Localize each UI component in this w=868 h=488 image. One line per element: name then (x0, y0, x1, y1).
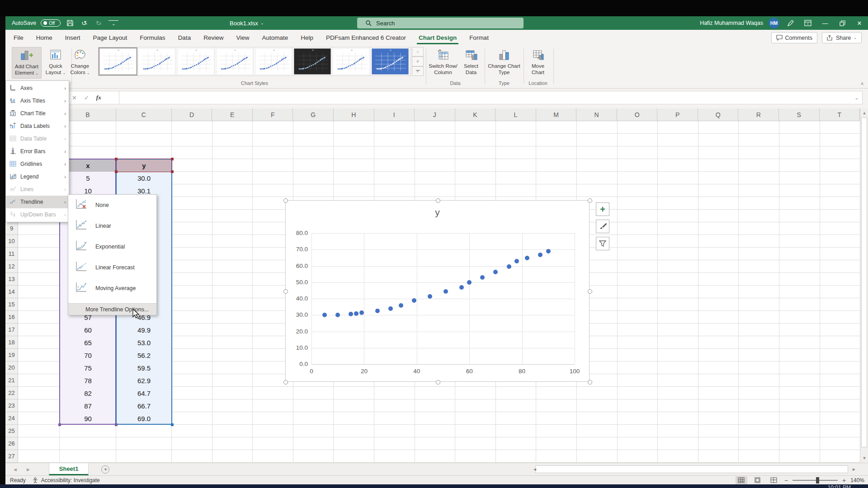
chart-style-thumbnail-5[interactable] (254, 47, 293, 75)
chart-selection-handle[interactable] (283, 380, 288, 385)
undo-icon[interactable]: ↺⌄ (80, 18, 90, 28)
cell-b19[interactable]: 70 (60, 349, 116, 361)
cancel-icon[interactable]: ✕ (72, 94, 77, 101)
range-handle[interactable] (58, 423, 61, 426)
tab-insert[interactable]: Insert (59, 31, 87, 45)
zoom-out-icon[interactable]: − (784, 477, 788, 484)
cell-c18[interactable]: 53.0 (116, 336, 172, 349)
cell-b24[interactable]: 90 (60, 412, 116, 425)
select-data-button[interactable]: Select Data (459, 47, 483, 79)
share-button[interactable]: Share ⌄ (822, 32, 862, 43)
restore-button[interactable] (836, 17, 848, 29)
row-header-11[interactable]: 11 (5, 248, 18, 260)
row-header-9[interactable]: 9 (5, 222, 18, 235)
page-layout-view-icon[interactable] (752, 476, 764, 484)
chart-data-point[interactable] (375, 309, 380, 313)
row-header-26[interactable]: 26 (5, 437, 18, 450)
tab-data[interactable]: Data (172, 31, 198, 45)
row-header-22[interactable]: 22 (5, 387, 18, 399)
cell-b21[interactable]: 78 (60, 374, 116, 387)
sheet-tab[interactable]: Sheet1 (49, 463, 89, 475)
cell-c4-y-header[interactable]: y (116, 159, 172, 172)
menu-item-axes[interactable]: Axes› (6, 82, 69, 94)
vertical-scrollbar[interactable]: ▲ ▼ (860, 108, 868, 463)
gallery-scroll-up-icon[interactable]: ˄ (412, 47, 424, 56)
move-chart-button[interactable]: Move Chart (525, 47, 551, 79)
change-chart-type-button[interactable]: Change Chart Type (486, 47, 522, 79)
chart-style-thumbnail-6[interactable] (293, 47, 332, 75)
cell-c21[interactable]: 62.9 (116, 374, 172, 387)
tab-view[interactable]: View (230, 31, 255, 45)
row-header-13[interactable]: 13 (5, 273, 18, 286)
row-header-24[interactable]: 24 (5, 412, 18, 425)
chart-data-point[interactable] (359, 310, 364, 315)
tab-help[interactable]: Help (294, 31, 320, 45)
change-colors-button[interactable]: Change Colors ⌄ (65, 47, 95, 79)
enter-icon[interactable]: ✓ (84, 94, 89, 101)
collapse-ribbon-icon[interactable]: ˄ (861, 81, 863, 86)
chart-data-point[interactable] (443, 289, 448, 294)
row-header-14[interactable]: 14 (5, 286, 18, 298)
new-sheet-button[interactable]: + (101, 465, 109, 474)
chart-selection-handle[interactable] (588, 198, 592, 203)
column-header-C[interactable]: C (116, 108, 172, 121)
cell-c19[interactable]: 56.2 (116, 349, 172, 361)
column-header-L[interactable]: L (495, 108, 536, 121)
scroll-left-icon[interactable]: ◄ (531, 465, 539, 473)
range-handle[interactable] (171, 423, 174, 426)
cell-b17[interactable]: 60 (60, 324, 116, 336)
switch-row-column-button[interactable]: Switch Row/ Column (428, 47, 458, 79)
chart-data-point[interactable] (514, 259, 519, 263)
status-accessibility[interactable]: Accessibility: Investigate (41, 477, 100, 483)
gallery-scroll-down-icon[interactable]: ˅ (412, 56, 424, 66)
more-trendline-options-item[interactable]: More Trendline Options... (68, 303, 156, 315)
column-header-D[interactable]: D (172, 108, 212, 121)
chart-style-thumbnail-7[interactable] (332, 47, 371, 75)
column-header-R[interactable]: R (738, 108, 779, 121)
cell-c23[interactable]: 66.7 (116, 399, 172, 412)
row-header-12[interactable]: 12 (5, 260, 18, 273)
chart-data-point[interactable] (322, 313, 327, 317)
chart-selection-handle[interactable] (588, 289, 592, 294)
scroll-down-icon[interactable]: ▼ (860, 455, 868, 462)
cell-b18[interactable]: 65 (60, 336, 116, 349)
zoom-level[interactable]: 140% (850, 477, 864, 483)
chart-data-point[interactable] (335, 313, 340, 317)
scroll-up-icon[interactable]: ▲ (860, 109, 868, 117)
column-header-J[interactable]: J (415, 108, 455, 121)
chart-style-thumbnail-3[interactable] (176, 47, 215, 75)
autosave-toggle[interactable]: Off (41, 19, 61, 27)
chart-data-point[interactable] (388, 306, 393, 311)
user-avatar[interactable]: HM (769, 18, 779, 28)
cell-c20[interactable]: 59.5 (116, 361, 172, 374)
submenu-item-linear-forecast[interactable]: Linear Forecast (68, 257, 156, 278)
document-title[interactable]: Book1.xlsx ⌄ (230, 16, 264, 30)
scroll-right-icon[interactable]: ► (850, 465, 858, 473)
row-header-27[interactable]: 27 (5, 450, 18, 463)
chart-data-point[interactable] (538, 253, 542, 257)
menu-item-trendline[interactable]: Trendline› (6, 196, 69, 208)
chart-selection-handle[interactable] (283, 289, 288, 294)
chart-title[interactable]: y (286, 207, 589, 218)
chart-style-thumbnail-1[interactable] (99, 47, 137, 75)
row-header-15[interactable]: 15 (5, 298, 18, 311)
tab-page-layout[interactable]: Page Layout (87, 31, 134, 45)
normal-view-icon[interactable] (736, 476, 747, 484)
zoom-slider[interactable] (793, 480, 838, 481)
column-header-Q[interactable]: Q (698, 108, 739, 121)
row-header-20[interactable]: 20 (5, 361, 18, 374)
tab-review[interactable]: Review (197, 31, 230, 45)
tab-chart-design[interactable]: Chart Design (412, 31, 463, 45)
chart-elements-button[interactable]: + (596, 202, 609, 216)
minimize-button[interactable]: — (819, 17, 831, 29)
menu-item-chart-title[interactable]: Chart Title› (6, 107, 69, 120)
chart-data-point[interactable] (467, 280, 472, 285)
row-header-21[interactable]: 21 (5, 374, 18, 387)
chart-data-point[interactable] (428, 294, 432, 299)
expand-formula-bar-icon[interactable]: ⌄ (855, 95, 862, 100)
tab-file[interactable]: File (7, 31, 30, 45)
row-header-23[interactable]: 23 (5, 399, 18, 412)
gallery-more-icon[interactable]: ˅ (412, 66, 424, 76)
column-header-I[interactable]: I (374, 108, 415, 121)
search-input[interactable]: Search (357, 18, 524, 28)
